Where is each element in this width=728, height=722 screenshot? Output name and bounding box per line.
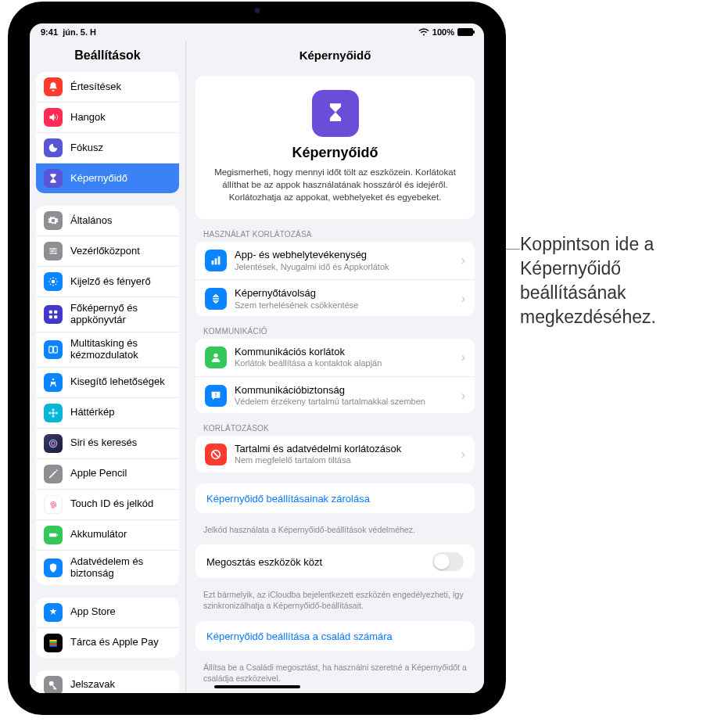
- row-comm-limits[interactable]: Kommunikációs korlátok Korlátok beállítá…: [195, 339, 475, 377]
- row-comm-safety[interactable]: ! Kommunikációbiztonság Védelem érzékeny…: [195, 377, 475, 413]
- svg-point-3: [52, 280, 56, 284]
- status-left: 9:41 jún. 5. H: [41, 27, 96, 37]
- sidebar-item-label: Hangok: [70, 112, 171, 124]
- row-text: Kommunikációs korlátok Korlátok beállítá…: [235, 346, 454, 369]
- share-across-devices-row[interactable]: Megosztás eszközök közt: [195, 544, 475, 578]
- sidebar-item-label: App Store: [70, 606, 171, 618]
- sidebar-item-accessibility[interactable]: Kisegítő lehetőségek: [36, 368, 179, 398]
- share-toggle[interactable]: [432, 552, 464, 571]
- sidebar-item-wallet[interactable]: Tárca és Apple Pay: [36, 628, 179, 658]
- sidebar-item-battery[interactable]: Akkumulátor: [36, 520, 179, 551]
- gear-icon: [44, 211, 63, 230]
- lock-footer-note: Jelkód használata a Képernyőidő-beállítá…: [186, 524, 484, 544]
- svg-point-2: [55, 253, 56, 254]
- sidebar-title: Beállítások: [30, 41, 185, 72]
- lock-card: Képernyőidő beállításainak zárolása: [195, 483, 475, 513]
- svg-point-24: [49, 681, 54, 685]
- sidebar-item-label: Apple Pencil: [70, 468, 171, 480]
- sidebar-item-privacy[interactable]: Adatvédelem és biztonság: [36, 551, 179, 585]
- person-icon: [205, 347, 227, 368]
- sidebar-item-passwords[interactable]: Jelszavak: [36, 670, 179, 693]
- sidebar-item-siri[interactable]: Siri és keresés: [36, 429, 179, 459]
- svg-point-15: [55, 411, 58, 415]
- sidebar-item-general[interactable]: Általános: [36, 206, 179, 236]
- restrict-card: Tartalmi és adatvédelmi korlátozások Nem…: [195, 436, 475, 472]
- family-card: Képernyőidő beállítása a család számára: [195, 621, 475, 651]
- svg-point-1: [52, 250, 53, 252]
- svg-rect-29: [218, 257, 221, 265]
- row-content-privacy[interactable]: Tartalmi és adatvédelmi korlátozások Nem…: [195, 436, 475, 472]
- bell-icon: [44, 77, 63, 96]
- row-text: App- és webhelytevékenység Jelentések, N…: [235, 249, 454, 272]
- home-indicator[interactable]: [214, 685, 300, 688]
- callout-text: Koppintson ide a Képernyőidő beállításán…: [520, 232, 715, 329]
- sidebar-item-notifications[interactable]: Értesítések: [36, 72, 179, 102]
- speaker-icon: [44, 108, 63, 127]
- sidebar-group-2: Általános Vezérlőközpont Kijelző és fény…: [36, 206, 179, 585]
- sidebar-item-appstore[interactable]: App Store: [36, 598, 179, 628]
- sidebar-item-label: Jelszavak: [70, 679, 171, 691]
- sidebar-item-label: Multitasking és kézmozdulatok: [70, 338, 171, 361]
- svg-rect-4: [49, 311, 52, 314]
- sidebar-item-label: Értesítések: [70, 81, 171, 93]
- rects-icon: [44, 340, 63, 359]
- chevron-right-icon: ›: [461, 253, 465, 268]
- sidebar-item-control-center[interactable]: Vezérlőközpont: [36, 236, 179, 267]
- sidebar-item-multitasking[interactable]: Multitasking és kézmozdulatok: [36, 332, 179, 368]
- front-camera-dot: [254, 8, 260, 13]
- usage-card: App- és webhelytevékenység Jelentések, N…: [195, 242, 475, 316]
- status-bar: 9:41 jún. 5. H 100%: [30, 23, 484, 41]
- hand-icon: [44, 559, 63, 577]
- sidebar-item-label: Touch ID és jelkód: [70, 498, 171, 510]
- svg-point-30: [213, 354, 217, 357]
- sidebar-item-touchid[interactable]: Touch ID és jelkód: [36, 490, 179, 520]
- sidebar-group-4: Jelszavak Mail Kontaktok: [36, 670, 179, 693]
- comm-card: Kommunikációs korlátok Korlátok beállítá…: [195, 339, 475, 413]
- family-setup-link[interactable]: Képernyőidő beállítása a család számára: [195, 621, 475, 651]
- sidebar-item-label: Kijelző és fényerő: [70, 276, 171, 288]
- row-subtitle: Védelem érzékeny tartalmú tartalmakkal s…: [235, 397, 454, 408]
- hero-hourglass-icon: [312, 90, 359, 137]
- svg-point-10: [52, 379, 54, 380]
- sidebar-item-screentime[interactable]: Képernyőidő: [36, 163, 179, 193]
- row-subtitle: Jelentések, Nyugalmi idő és Appkorlátok: [235, 262, 454, 273]
- sidebar-item-wallpaper[interactable]: Háttérkép: [36, 398, 179, 429]
- hero-desc: Megismerheti, hogy mennyi időt tölt az e…: [210, 166, 461, 203]
- sliders-icon: [44, 242, 63, 260]
- wifi-icon: [418, 28, 429, 36]
- grid-icon: [44, 305, 63, 324]
- svg-rect-28: [215, 259, 217, 265]
- sidebar-item-display[interactable]: Kijelző és fényerő: [36, 267, 179, 297]
- row-screen-distance[interactable]: Képernyőtávolság Szem terhelésének csökk…: [195, 280, 475, 316]
- sidebar-item-label: Akkumulátor: [70, 529, 171, 541]
- svg-rect-8: [49, 347, 53, 353]
- wallet-icon: [44, 634, 63, 652]
- svg-point-17: [52, 441, 56, 445]
- detail-pane[interactable]: Képernyőidő Képernyőidő Megismerheti, ho…: [186, 41, 484, 693]
- pencil-icon: [44, 465, 63, 483]
- battery-icon: [457, 28, 473, 36]
- sidebar-item-focus[interactable]: Fókusz: [36, 133, 179, 163]
- sidebar-item-homescreen[interactable]: Főképernyő és appkönyvtár: [36, 297, 179, 332]
- sidebar-scroll[interactable]: Értesítések Hangok Fókusz: [30, 72, 185, 693]
- lock-settings-link[interactable]: Képernyőidő beállításainak zárolása: [195, 483, 475, 513]
- row-title: Tartalmi és adatvédelmi korlátozások: [235, 443, 454, 455]
- sidebar-item-pencil[interactable]: Apple Pencil: [36, 459, 179, 490]
- sidebar-item-label: Kisegítő lehetőségek: [70, 376, 171, 388]
- siri-icon: [44, 434, 63, 453]
- share-card: Megosztás eszközök közt: [195, 544, 475, 578]
- sidebar-item-sounds[interactable]: Hangok: [36, 102, 179, 133]
- svg-point-13: [52, 415, 55, 418]
- chevron-right-icon: ›: [461, 447, 465, 462]
- svg-rect-27: [212, 260, 214, 264]
- section-header-restrict: KORLÁTOZÁSOK: [186, 424, 484, 436]
- bubble-warning-icon: !: [205, 385, 227, 407]
- svg-rect-21: [49, 641, 56, 643]
- accessibility-icon: [44, 373, 63, 392]
- key-icon: [44, 676, 63, 693]
- svg-rect-5: [54, 311, 57, 314]
- chart-icon: [205, 250, 227, 271]
- chevron-right-icon: ›: [461, 292, 465, 306]
- row-title: Képernyőtávolság: [235, 287, 454, 300]
- row-app-activity[interactable]: App- és webhelytevékenység Jelentések, N…: [195, 242, 475, 280]
